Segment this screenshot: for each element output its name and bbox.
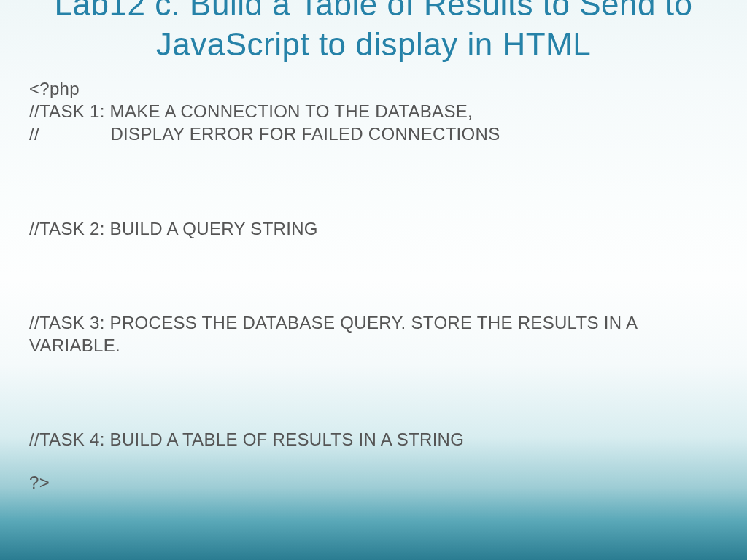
task1-line2: // DISPLAY ERROR FOR FAILED CONNECTIONS xyxy=(29,122,718,145)
php-close-tag: ?> xyxy=(29,471,718,494)
task1-line1: //TASK 1: MAKE A CONNECTION TO THE DATAB… xyxy=(29,100,718,122)
spacer xyxy=(29,357,718,428)
slide-title: Lab12 c. Build a Table of Results to Sen… xyxy=(29,0,718,64)
spacer xyxy=(29,451,718,471)
task4-line: //TASK 4: BUILD A TABLE OF RESULTS IN A … xyxy=(29,428,718,451)
php-open-tag: <?php xyxy=(29,77,718,100)
spacer xyxy=(29,146,718,217)
task3-line: //TASK 3: PROCESS THE DATABASE QUERY. ST… xyxy=(29,311,718,357)
slide-container: Lab12 c. Build a Table of Results to Sen… xyxy=(0,0,747,494)
slide-content: <?php //TASK 1: MAKE A CONNECTION TO THE… xyxy=(29,77,718,494)
spacer xyxy=(29,240,718,311)
task2-line: //TASK 2: BUILD A QUERY STRING xyxy=(29,217,718,240)
